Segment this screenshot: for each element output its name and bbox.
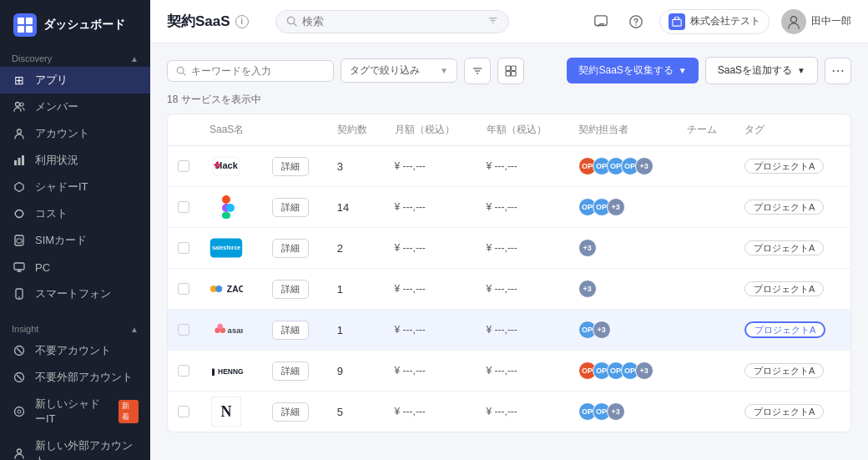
col-owner: 契約担当者 — [568, 114, 678, 146]
team-cell — [677, 269, 734, 310]
apps-icon: ⊞ — [12, 73, 27, 88]
more-options-btn[interactable]: ⋯ — [825, 58, 851, 84]
service-logo: ZAC — [209, 277, 243, 301]
keyword-search[interactable] — [167, 60, 334, 82]
sidebar-item-usage[interactable]: 利用状況 — [0, 147, 150, 174]
row-checkbox[interactable] — [178, 324, 189, 336]
chat-icon-btn[interactable] — [589, 10, 613, 33]
row-checkbox[interactable] — [178, 201, 189, 213]
svg-point-15 — [15, 407, 24, 417]
insight-label: Insight — [12, 324, 38, 334]
team-cell — [677, 310, 734, 351]
detail-btn[interactable]: 詳細 — [272, 402, 309, 422]
owner-avatars: OPOP+3 — [578, 198, 668, 216]
sim-icon — [12, 233, 27, 248]
header-search-box[interactable] — [275, 10, 509, 33]
contract-count: 1 — [327, 310, 385, 351]
svg-line-12 — [17, 348, 22, 353]
detail-btn[interactable]: 詳細 — [272, 198, 309, 217]
sidebar-item-pc[interactable]: PC — [0, 254, 150, 281]
header-search-input[interactable] — [302, 15, 482, 28]
yearly-amount: ¥ ---,--- — [477, 310, 568, 351]
sidebar-item-smartphone[interactable]: スマートフォン — [0, 281, 150, 307]
row-checkbox[interactable] — [178, 406, 189, 417]
table-row: ZAC 詳細1¥ ---,---¥ ---,---+3プロジェクトA — [168, 269, 850, 310]
detail-btn[interactable]: 詳細 — [272, 361, 309, 381]
owners-cell: OPOPOPOP+3 — [568, 351, 678, 392]
sidebar-item-smartphone-label: スマートフォン — [35, 286, 111, 301]
sidebar-item-members[interactable]: メンバー — [0, 94, 150, 120]
owners-cell: OPOP+3 — [568, 392, 678, 432]
detail-btn[interactable]: 詳細 — [272, 239, 309, 258]
sidebar-item-unused-external[interactable]: 不要外部アカウント — [0, 364, 150, 391]
sidebar-item-accounts[interactable]: アカウント — [0, 120, 150, 147]
add-btn-arrow: ▼ — [797, 66, 805, 75]
discovery-section: Discovery ▲ ⊞ アプリ メンバー アカウント 利用状況 — [0, 43, 150, 314]
col-tag: タグ — [734, 114, 850, 146]
sidebar-item-new-shadow-it[interactable]: 新しいシャドーIT 新着 — [0, 391, 150, 432]
svg-point-48 — [215, 286, 222, 292]
new-external-icon — [12, 446, 27, 460]
yearly-amount: ¥ ---,--- — [477, 269, 568, 310]
sidebar-item-cost-label: コスト — [35, 206, 68, 221]
add-btn[interactable]: SaaSを追加する ▼ — [705, 57, 818, 84]
more-avatars: +3 — [593, 321, 611, 339]
svg-point-2 — [18, 129, 22, 134]
keyword-search-icon — [176, 66, 186, 76]
detail-btn[interactable]: 詳細 — [272, 157, 309, 176]
service-count: 18 サービスを表示中 — [167, 93, 851, 107]
service-logo: salesforce — [209, 236, 243, 260]
svg-text:asana: asana — [228, 326, 243, 335]
sidebar-item-cost[interactable]: コスト — [0, 200, 150, 227]
header-filter-icon[interactable] — [487, 15, 498, 28]
layout-btn[interactable] — [497, 58, 524, 84]
sidebar-item-unused-accounts[interactable]: 不要アカウント — [0, 337, 150, 364]
svg-text:N: N — [221, 403, 232, 420]
collect-btn[interactable]: 契約SaaSを収集する ▼ — [567, 58, 698, 83]
row-checkbox[interactable] — [178, 160, 189, 172]
svg-rect-41 — [222, 195, 230, 204]
detail-btn[interactable]: 詳細 — [272, 321, 309, 340]
svg-point-16 — [18, 410, 21, 413]
info-icon[interactable]: i — [235, 15, 249, 28]
sidebar-logo[interactable]: ダッシュボード — [0, 0, 150, 43]
svg-point-17 — [18, 449, 22, 453]
pc-icon — [12, 260, 27, 275]
col-checkbox — [168, 114, 199, 146]
detail-btn[interactable]: 詳細 — [272, 280, 309, 299]
sidebar-item-shadowit[interactable]: シャドーIT — [0, 174, 150, 200]
tag-filter-chevron: ▼ — [440, 66, 448, 75]
row-checkbox[interactable] — [178, 242, 189, 254]
sidebar-item-pc-label: PC — [35, 261, 50, 274]
smartphone-icon — [12, 286, 27, 301]
svg-rect-4 — [18, 158, 21, 165]
help-icon-btn[interactable] — [624, 10, 648, 33]
row-checkbox[interactable] — [178, 365, 189, 377]
svg-point-25 — [635, 24, 636, 25]
page-title: 契約SaaS i — [167, 12, 249, 31]
sidebar-item-new-external[interactable]: 新しい外部アカウント — [0, 432, 150, 460]
sidebar-item-new-external-label: 新しい外部アカウント — [35, 438, 139, 460]
discovery-section-header[interactable]: Discovery ▲ — [0, 50, 150, 67]
table-row: 詳細14¥ ---,---¥ ---,---OPOP+3プロジェクトA — [168, 187, 850, 228]
svg-text:❚ HENNGE: ❚ HENNGE — [210, 367, 243, 376]
dashboard-label: ダッシュボード — [43, 18, 125, 33]
col-saas-name: SaaS名 — [199, 114, 262, 146]
row-checkbox[interactable] — [178, 283, 189, 295]
insight-section-header[interactable]: Insight ▲ — [0, 321, 150, 337]
header-search-icon — [286, 16, 297, 27]
tag-filter[interactable]: タグで絞り込み ▼ — [341, 58, 457, 83]
owner-avatars: +3 — [578, 239, 668, 257]
sidebar-item-apps[interactable]: ⊞ アプリ — [0, 67, 150, 94]
filter-btn[interactable] — [464, 58, 491, 84]
yearly-amount: ¥ ---,--- — [477, 351, 568, 392]
keyword-input[interactable] — [191, 65, 325, 77]
sidebar-item-sim[interactable]: SIMカード — [0, 227, 150, 254]
svg-point-1 — [20, 103, 23, 106]
svg-line-29 — [183, 73, 185, 75]
company-selector[interactable]: 株式会社テスト — [659, 9, 770, 34]
monthly-amount: ¥ ---,--- — [385, 351, 477, 392]
insight-section: Insight ▲ 不要アカウント 不要外部アカウント 新しいシャドーIT 新着 — [0, 314, 150, 460]
monthly-amount: ¥ ---,--- — [385, 392, 477, 432]
user-menu[interactable]: 田中一郎 — [781, 9, 851, 34]
